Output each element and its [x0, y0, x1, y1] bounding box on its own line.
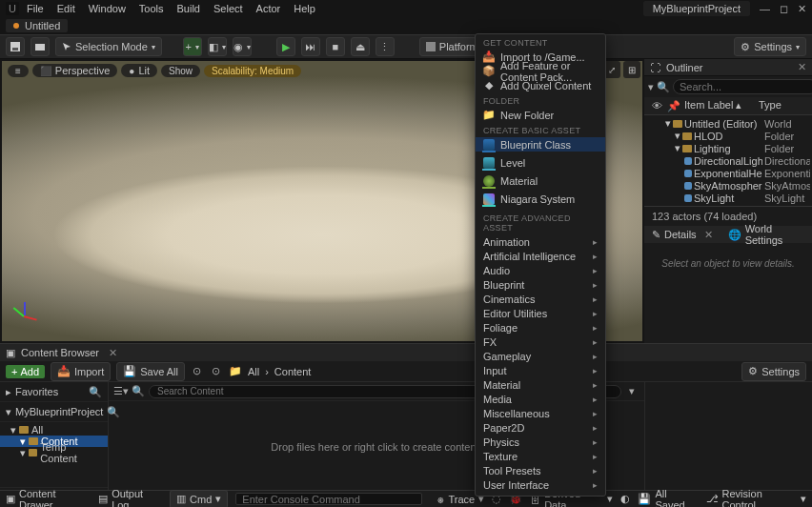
- menu-edit[interactable]: Edit: [57, 3, 75, 14]
- breadcrumb-all[interactable]: All: [248, 366, 259, 377]
- perspective-button[interactable]: ⬛ Perspective: [32, 64, 117, 77]
- ctx-level[interactable]: Level: [476, 155, 605, 170]
- output-log-button[interactable]: ▤ Output Log: [98, 488, 162, 508]
- project-section[interactable]: ▾ MyBlueprintProject🔍: [0, 402, 108, 422]
- ctx-tool-presets[interactable]: Tool Presets▸: [476, 463, 605, 477]
- console-input[interactable]: [235, 493, 422, 505]
- outliner-search-input[interactable]: [673, 79, 812, 94]
- details-tab[interactable]: ✎ Details✕: [644, 229, 721, 241]
- outliner-row[interactable]: SkyAtmosphereSkyAtmosphere: [644, 179, 812, 192]
- scalability-pill[interactable]: Scalability: Medium: [204, 65, 301, 77]
- history-fwd-icon[interactable]: ⊙: [210, 365, 223, 378]
- ctx-user-interface[interactable]: User Interface▸: [476, 477, 605, 492]
- revision-control-button[interactable]: ⎇ Revision Control ▾: [706, 488, 806, 508]
- ctx-audio[interactable]: Audio▸: [476, 263, 605, 277]
- close-icon[interactable]: ✕: [798, 3, 806, 15]
- cb-settings-button[interactable]: ⚙ Settings: [741, 362, 806, 381]
- ctx-add-feature[interactable]: 📦Add Feature or Content Pack...: [476, 64, 605, 78]
- content-browser-close-icon[interactable]: ✕: [109, 347, 117, 359]
- ctx-editor-utilities[interactable]: Editor Utilities▸: [476, 306, 605, 320]
- import-button[interactable]: 📥 Import: [51, 362, 111, 381]
- outliner-row[interactable]: ▾ HLODFolder: [644, 130, 812, 142]
- content-browser-tab-label[interactable]: Content Browser: [21, 347, 99, 358]
- selection-mode-button[interactable]: Selection Mode ▾: [55, 37, 162, 56]
- ctx-new-folder[interactable]: 📁New Folder: [476, 108, 605, 122]
- cb-search-dropdown-icon[interactable]: ▾: [625, 385, 639, 398]
- visibility-col-icon[interactable]: 👁: [650, 99, 663, 112]
- show-button[interactable]: Show: [161, 65, 200, 77]
- menu-window[interactable]: Window: [89, 3, 126, 14]
- ctx-foliage[interactable]: Foliage▸: [476, 320, 605, 335]
- marketplace-button[interactable]: ◧▾: [208, 37, 227, 56]
- ctx-paper2d[interactable]: Paper2D▸: [476, 420, 605, 435]
- skip-button[interactable]: ⏭: [301, 37, 320, 56]
- menu-file[interactable]: File: [27, 3, 44, 14]
- favorites-section[interactable]: ▸ Favorites🔍: [0, 382, 108, 402]
- axis-gizmo: [10, 301, 38, 330]
- ctx-artificial-intelligence[interactable]: Artificial Intelligence▸: [476, 249, 605, 263]
- ctx-add-quixel[interactable]: ◆Add Quixel Content: [476, 78, 605, 92]
- settings-button[interactable]: ⚙ Settings▾: [734, 37, 806, 56]
- ctx-material[interactable]: Material▸: [476, 377, 605, 392]
- ctx-niagara[interactable]: Niagara System: [476, 192, 605, 206]
- outliner-row[interactable]: ExponentialHeightFogExponentialHeightFog: [644, 167, 812, 179]
- ctx-input[interactable]: Input▸: [476, 363, 605, 377]
- search-fav-icon[interactable]: 🔍: [89, 385, 102, 398]
- viewport-menu-button[interactable]: ≡: [8, 65, 29, 77]
- ctx-fx[interactable]: FX▸: [476, 335, 605, 349]
- ctx-texture[interactable]: Texture▸: [476, 449, 605, 463]
- ctx-cinematics[interactable]: Cinematics▸: [476, 292, 605, 306]
- ctx-animation[interactable]: Animation▸: [476, 234, 605, 249]
- outliner-row[interactable]: ▾ Untitled (Editor)World: [644, 117, 812, 130]
- outliner-col-label[interactable]: Item Label ▴: [684, 99, 755, 112]
- history-back-icon[interactable]: ⊙: [191, 365, 204, 378]
- lit-button[interactable]: ● Lit: [121, 64, 157, 77]
- save-all-button[interactable]: 💾 Save All: [116, 362, 185, 381]
- outliner-tab-label[interactable]: Outliner: [666, 62, 703, 73]
- content-drawer-button[interactable]: ▣ Content Drawer: [6, 488, 91, 508]
- breadcrumb-content[interactable]: Content: [274, 366, 312, 377]
- menu-build[interactable]: Build: [177, 3, 200, 14]
- outliner-tree[interactable]: ▾ Untitled (Editor)World▾ HLODFolder▾ Li…: [644, 115, 812, 206]
- ctx-blueprint[interactable]: Blueprint▸: [476, 277, 605, 292]
- progress-icon[interactable]: ◐: [620, 493, 630, 505]
- cb-filter-icon[interactable]: ☰▾: [114, 385, 128, 398]
- source-tree-row[interactable]: ▾ Temp Content: [0, 447, 108, 458]
- ctx-media[interactable]: Media▸: [476, 392, 605, 406]
- folder-icon[interactable]: 📁: [229, 365, 242, 378]
- cmd-dropdown[interactable]: ▥ Cmd ▾: [170, 490, 228, 508]
- source-tree-row[interactable]: ▾ All: [0, 424, 108, 436]
- outliner-col-type[interactable]: Type: [759, 99, 806, 112]
- browse-button[interactable]: [30, 37, 50, 56]
- add-button[interactable]: + Add: [6, 365, 45, 378]
- outliner-row[interactable]: DirectionalLightDirectionalLight: [644, 154, 812, 167]
- stop-button[interactable]: ■: [326, 37, 345, 56]
- eject-button[interactable]: ⏏: [351, 37, 370, 56]
- filter-icon[interactable]: ▾: [648, 80, 654, 93]
- menu-select[interactable]: Select: [213, 3, 243, 14]
- outliner-row[interactable]: ▾ LightingFolder: [644, 142, 812, 154]
- source-tree[interactable]: ▾ All▾ Content▾ Temp Content: [0, 422, 108, 487]
- level-tab[interactable]: Untitled: [6, 19, 68, 32]
- outliner-close-icon[interactable]: ✕: [798, 61, 806, 73]
- menu-actor[interactable]: Actor: [256, 3, 281, 14]
- snap-grid-icon[interactable]: ⊞: [623, 61, 640, 78]
- play-options-button[interactable]: ⋮: [376, 37, 395, 56]
- details-close-icon[interactable]: ✕: [704, 229, 713, 241]
- pin-col-icon[interactable]: 📌: [667, 99, 680, 112]
- all-saved-button[interactable]: 💾 All Saved: [638, 488, 698, 508]
- cinematics-button[interactable]: ◉▾: [233, 37, 252, 56]
- ctx-miscellaneous[interactable]: Miscellaneous▸: [476, 406, 605, 420]
- ctx-material[interactable]: Material: [476, 173, 605, 188]
- outliner-row[interactable]: SkyLightSkyLight: [644, 192, 812, 204]
- ctx-gameplay[interactable]: Gameplay▸: [476, 349, 605, 363]
- save-button[interactable]: [6, 37, 25, 56]
- maximize-icon[interactable]: ◻: [780, 3, 788, 15]
- ctx-physics[interactable]: Physics▸: [476, 435, 605, 449]
- minimize-icon[interactable]: —: [760, 3, 770, 15]
- ctx-blueprint-class[interactable]: Blueprint Class: [476, 137, 605, 152]
- menu-tools[interactable]: Tools: [139, 3, 164, 14]
- add-content-button[interactable]: +▾: [183, 37, 202, 56]
- play-button[interactable]: ▶: [276, 37, 295, 56]
- menu-help[interactable]: Help: [294, 3, 315, 14]
